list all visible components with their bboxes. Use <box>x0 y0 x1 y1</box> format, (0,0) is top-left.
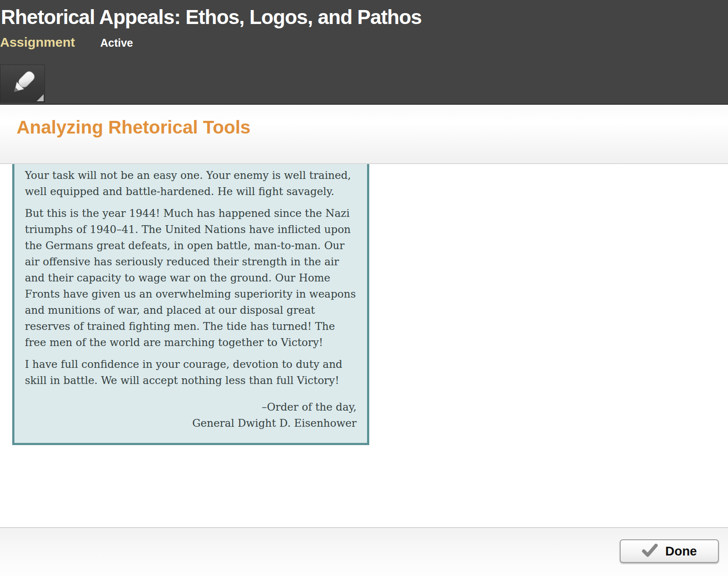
quote-paragraph: Your task will not be an easy one. Your … <box>25 168 357 200</box>
quote-attribution-line: –Order of the day, <box>25 399 357 415</box>
assignment-type-label: Assignment <box>0 35 75 50</box>
footer-bar: Done <box>0 527 728 576</box>
header: Rhetorical Appeals: Ethos, Logos, and Pa… <box>0 0 728 105</box>
dropdown-corner-icon <box>37 94 44 101</box>
quote-paragraph: I have full confidence in your courage, … <box>25 357 357 389</box>
highlighter-pen-icon <box>7 67 39 100</box>
content-area: Your task will not be an easy one. Your … <box>0 164 728 527</box>
quote-attribution-line: General Dwight D. Eisenhower <box>25 415 357 432</box>
status-badge: Active <box>100 37 133 49</box>
header-sub-row: Assignment Active <box>0 35 728 50</box>
section-title: Analyzing Rhetorical Tools <box>0 105 728 138</box>
highlighter-tool-button[interactable] <box>0 65 45 103</box>
quote-box: Your task will not be an easy one. Your … <box>12 164 369 445</box>
done-button-label: Done <box>665 544 697 559</box>
done-button[interactable]: Done <box>620 539 719 563</box>
checkmark-icon <box>642 544 658 559</box>
page-title: Rhetorical Appeals: Ethos, Logos, and Pa… <box>0 0 728 29</box>
heading-band: Analyzing Rhetorical Tools <box>0 105 728 164</box>
quote-paragraph: But this is the year 1944! Much has happ… <box>25 206 357 351</box>
